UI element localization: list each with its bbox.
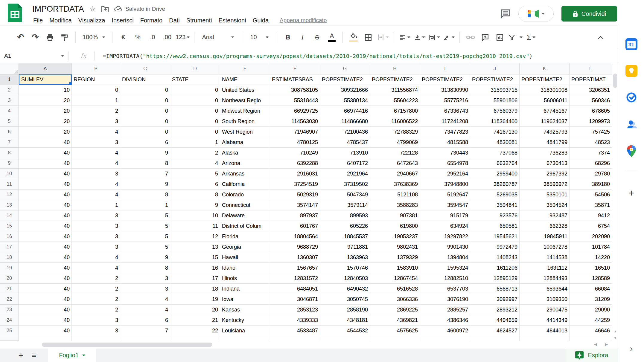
cell[interactable] [220, 336, 270, 341]
cell[interactable]: 4414349 [520, 315, 570, 326]
cell[interactable]: West Region [220, 127, 270, 137]
cell[interactable]: 730443 [420, 148, 470, 158]
cell[interactable]: 118364400 [470, 116, 520, 127]
cell[interactable]: 6 [170, 179, 220, 190]
cell[interactable] [420, 336, 470, 341]
sheets-logo-icon[interactable] [8, 4, 22, 22]
cell[interactable]: 38596972 [520, 179, 570, 190]
row-header-9[interactable]: 9 [0, 158, 19, 169]
cell[interactable]: 4339333 [270, 315, 320, 326]
cell[interactable]: 3206351 [570, 85, 612, 95]
borders-icon[interactable] [362, 30, 374, 45]
sheet-tab-foglio1[interactable]: Foglio1 [48, 349, 96, 362]
cell[interactable]: 12 [170, 231, 220, 242]
cell[interactable]: 4404659 [470, 315, 520, 326]
cell[interactable]: Arizona [220, 158, 270, 169]
cell[interactable]: 20 [170, 305, 220, 315]
cell[interactable]: 31209 [570, 294, 612, 305]
cell[interactable]: 5029319 [270, 190, 320, 200]
cell[interactable]: 2869225 [370, 305, 420, 315]
row-header-22[interactable]: 22 [0, 294, 19, 305]
cell[interactable]: 6484051 [270, 284, 320, 294]
cell[interactable]: 5121108 [370, 190, 420, 200]
cell[interactable]: 40 [19, 179, 72, 190]
cell[interactable]: 309321666 [320, 85, 370, 95]
cell[interactable]: 18 [170, 284, 220, 294]
cell[interactable]: 40 [19, 263, 72, 273]
cell[interactable]: 1414538 [520, 252, 570, 263]
cell[interactable]: Indiana [220, 284, 270, 294]
cell[interactable]: 311556874 [370, 85, 420, 95]
column-header-G[interactable]: G [320, 63, 370, 74]
cell[interactable]: 0 [170, 95, 220, 106]
cell[interactable]: 0 [170, 106, 220, 116]
cell[interactable]: 2 [72, 305, 120, 315]
row-header-19[interactable]: 19 [0, 263, 19, 273]
cell[interactable]: 0 [72, 85, 120, 95]
functions-icon[interactable]: Σ [525, 30, 537, 45]
calendar-icon[interactable]: 31 [625, 38, 638, 51]
merge-cells-icon[interactable] [377, 30, 389, 45]
cell[interactable]: 713910 [320, 148, 370, 158]
active-cell[interactable]: SUMLEV [19, 74, 72, 85]
cell[interactable]: 3066336 [370, 294, 420, 305]
fill-color-icon[interactable] [347, 30, 360, 45]
row-header-7[interactable]: 7 [0, 137, 19, 148]
decrease-decimals-icon[interactable]: .0 [146, 30, 159, 45]
cell[interactable]: 12895129 [470, 273, 520, 284]
cell[interactable]: 40 [19, 221, 72, 231]
cell[interactable]: 3 [72, 116, 120, 127]
cell[interactable]: 37254519 [270, 179, 320, 190]
select-all-corner[interactable] [0, 63, 19, 74]
cell[interactable]: 3 [120, 273, 170, 284]
text-rotation-icon[interactable] [442, 30, 455, 45]
cell[interactable]: 6472643 [370, 158, 420, 169]
format-currency-icon[interactable]: € [117, 30, 130, 45]
cell[interactable]: 1570746 [320, 263, 370, 273]
cell[interactable]: 22 [170, 326, 220, 336]
cell[interactable]: 0 [120, 116, 170, 127]
cell[interactable]: 37319502 [320, 179, 370, 190]
add-sheet-icon[interactable]: + [14, 349, 28, 362]
cell[interactable]: 0 [120, 85, 170, 95]
cell[interactable]: 74167130 [470, 127, 520, 137]
share-button[interactable]: Condividi [561, 6, 617, 22]
row-header-13[interactable]: 13 [0, 200, 19, 210]
cell[interactable]: 0 [170, 116, 220, 127]
row-header-12[interactable]: 12 [0, 190, 19, 200]
menu-strumenti[interactable]: Strumenti [183, 16, 215, 25]
column-header-E[interactable]: E [220, 63, 270, 74]
cell[interactable]: 40 [19, 148, 72, 158]
cell[interactable]: 16510 [570, 263, 612, 273]
cell[interactable]: 2967392 [520, 169, 570, 179]
cell[interactable]: 40 [19, 242, 72, 252]
cell[interactable]: 619800 [370, 221, 420, 231]
cell[interactable]: 9 [120, 252, 170, 263]
cell[interactable]: 923576 [470, 210, 520, 221]
cell[interactable]: 4600972 [420, 326, 470, 336]
cell[interactable]: 40 [19, 252, 72, 263]
column-header-F[interactable]: F [270, 63, 320, 74]
cell[interactable]: 40 [19, 169, 72, 179]
cell[interactable]: 8 [120, 158, 170, 169]
cell[interactable]: 55318443 [270, 95, 320, 106]
cell[interactable]: 9 [120, 148, 170, 158]
cell[interactable]: 2893212 [470, 305, 520, 315]
cell[interactable]: 40 [19, 190, 72, 200]
explore-button[interactable]: Esplora [565, 349, 618, 362]
cell[interactable]: Florida [220, 231, 270, 242]
font-family-select[interactable]: Arial [199, 30, 237, 45]
row-header-1[interactable]: 1 [0, 74, 19, 85]
cell[interactable]: 389180 [570, 179, 612, 190]
cell[interactable]: 2858190 [320, 305, 370, 315]
cell[interactable] [520, 336, 570, 341]
cell[interactable]: 3 [72, 326, 120, 336]
column-header-I[interactable]: I [420, 63, 470, 74]
formula-input[interactable]: =IMPORTDATA("https://www2.census.gov/pro… [103, 53, 533, 59]
cell[interactable]: 2900475 [520, 305, 570, 315]
cell[interactable]: 318301008 [520, 85, 570, 95]
cell[interactable]: Idaho [220, 263, 270, 273]
cell[interactable]: 0 [170, 85, 220, 95]
cell[interactable]: 3076190 [420, 294, 470, 305]
cell[interactable]: 1408243 [470, 252, 520, 263]
